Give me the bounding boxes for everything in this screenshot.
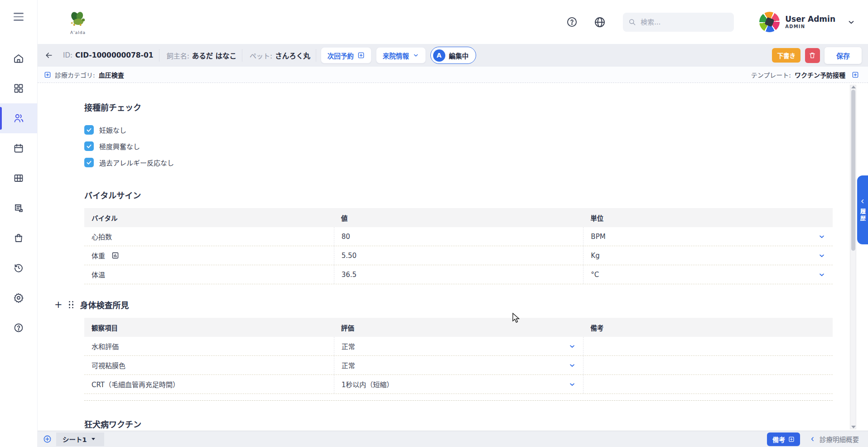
help-circle-button[interactable] xyxy=(566,16,578,28)
customers-icon xyxy=(13,112,24,124)
sidebar-item-history[interactable] xyxy=(0,253,37,283)
checkbox-label: 過去アレルギー反応なし xyxy=(99,158,174,167)
table-row-temperature: 体温 36.5 °C xyxy=(84,265,833,284)
language-globe-button[interactable] xyxy=(594,16,606,28)
visit-info-label: 来院情報 xyxy=(383,51,409,60)
column-header-value: 値 xyxy=(334,208,583,227)
physical-exam-title-row: + 身体検査所見 xyxy=(84,299,833,311)
settings-gear-icon xyxy=(13,292,24,303)
table-row-hydration: 水和評価 正常 xyxy=(84,337,833,356)
vital-value-input[interactable]: 80 xyxy=(334,227,583,246)
vital-name-label: 体重 xyxy=(92,251,105,260)
vital-name: 体温 xyxy=(84,265,334,284)
note-input[interactable] xyxy=(583,356,833,374)
search-icon xyxy=(628,18,636,26)
chevron-down-icon[interactable] xyxy=(569,362,576,369)
delete-button[interactable] xyxy=(805,48,820,63)
sidebar-item-shop[interactable] xyxy=(0,223,37,253)
checkbox-checked-icon[interactable] xyxy=(84,125,94,135)
note-input[interactable] xyxy=(583,337,833,355)
sidebar-item-settings[interactable] xyxy=(0,283,37,313)
vital-value-input[interactable]: 36.5 xyxy=(334,265,583,284)
rating-dropdown[interactable]: 正常 xyxy=(334,337,583,355)
hamburger-menu-icon[interactable] xyxy=(14,13,24,21)
history-side-tab[interactable]: 履歴 xyxy=(857,175,868,244)
notes-button[interactable]: 備考 xyxy=(767,432,800,446)
next-reservation-button[interactable]: 次回予約 xyxy=(321,47,371,63)
checkbox-row-allergy[interactable]: 過去アレルギー反応なし xyxy=(84,156,833,168)
chevron-down-icon[interactable] xyxy=(818,252,825,259)
table-row-crt: CRT（毛細血管再充足時間） 1秒以内（短縮） xyxy=(84,375,833,394)
patient-id-label: ID: xyxy=(63,51,72,59)
sidebar-item-help[interactable] xyxy=(0,313,37,343)
plus-square-icon xyxy=(357,52,365,59)
sidebar-item-invoice[interactable] xyxy=(0,193,37,223)
vertical-scrollbar[interactable] xyxy=(850,85,856,429)
logo-wordmark: A'alda xyxy=(70,30,86,35)
back-button[interactable] xyxy=(42,49,56,62)
column-header-unit: 単位 xyxy=(583,208,833,227)
sidebar-item-calendar[interactable] xyxy=(0,133,37,163)
bar-chart-icon[interactable] xyxy=(111,252,119,259)
user-role-badge: ADMIN xyxy=(785,24,835,29)
unit-dropdown[interactable]: BPM xyxy=(583,227,833,246)
scroll-up-arrow-icon[interactable] xyxy=(851,86,856,88)
billing-summary-button[interactable]: 診療明細概要 xyxy=(805,434,863,444)
unit-dropdown[interactable]: Kg xyxy=(583,246,833,265)
chevron-down-icon[interactable] xyxy=(569,343,576,350)
sidebar xyxy=(0,0,38,447)
patient-id-group: ID: CID-1000000078-01 xyxy=(60,49,159,62)
plus-square-icon[interactable] xyxy=(44,71,51,78)
sidebar-item-table[interactable] xyxy=(0,163,37,193)
user-avatar xyxy=(759,12,780,32)
search-input[interactable] xyxy=(641,18,728,26)
top-header: A'alda User Admin ADMIN xyxy=(38,0,868,44)
note-input[interactable] xyxy=(583,375,833,394)
sheet-tab-1[interactable]: シート1 xyxy=(56,432,104,446)
shop-bag-icon xyxy=(13,233,24,243)
circle-plus-icon[interactable] xyxy=(43,435,52,443)
drag-handle-icon[interactable] xyxy=(69,301,74,309)
vital-value-input[interactable]: 5.50 xyxy=(334,246,583,265)
save-button[interactable]: 保存 xyxy=(825,47,862,64)
editor-avatar: A xyxy=(433,49,445,62)
vital-name: 体重 xyxy=(84,246,334,265)
sidebar-nav xyxy=(0,44,37,343)
history-icon xyxy=(13,262,24,273)
billing-summary-label: 診療明細概要 xyxy=(820,434,859,444)
chevron-down-icon[interactable] xyxy=(818,233,825,240)
sidebar-item-customers[interactable] xyxy=(0,103,37,133)
trash-icon xyxy=(809,52,816,59)
scroll-down-arrow-icon[interactable] xyxy=(851,426,856,428)
chevron-left-icon xyxy=(860,199,865,204)
category-value: 血圧検査 xyxy=(99,70,124,79)
chevron-down-icon[interactable] xyxy=(818,271,825,278)
sidebar-item-home[interactable] xyxy=(0,44,37,73)
unit-dropdown[interactable]: °C xyxy=(583,265,833,284)
unit-value: BPM xyxy=(591,233,605,241)
chevron-down-icon xyxy=(413,52,419,58)
global-search[interactable] xyxy=(623,13,734,32)
chevron-left-icon xyxy=(809,436,816,442)
rating-dropdown[interactable]: 正常 xyxy=(334,356,583,374)
rating-dropdown[interactable]: 1秒以内（短縮） xyxy=(334,375,583,394)
unit-value: °C xyxy=(591,271,599,279)
plus-square-icon[interactable] xyxy=(852,71,859,78)
vitals-table-header: バイタル 値 単位 xyxy=(84,208,833,227)
chevron-down-icon[interactable] xyxy=(569,381,576,388)
history-tab-label: 履歴 xyxy=(858,209,867,222)
add-block-button[interactable]: + xyxy=(54,300,63,310)
user-menu[interactable]: User Admin ADMIN xyxy=(759,12,855,32)
user-name: User Admin xyxy=(785,15,835,24)
checkbox-checked-icon[interactable] xyxy=(84,158,94,167)
physical-exam-section-title: 身体検査所見 xyxy=(80,299,129,311)
patient-info-bar: ID: CID-1000000078-01 飼主名: あるだ はなこ ペット: … xyxy=(38,44,868,67)
checkbox-checked-icon[interactable] xyxy=(84,141,94,151)
checkbox-row-excitement[interactable]: 極度興奮なし xyxy=(84,140,833,152)
scrollbar-thumb[interactable] xyxy=(851,90,855,251)
caret-down-icon xyxy=(92,438,95,440)
checkbox-row-pregnancy[interactable]: 妊娠なし xyxy=(84,124,833,136)
sidebar-item-dashboard[interactable] xyxy=(0,73,37,103)
app-logo[interactable]: A'alda xyxy=(68,11,88,35)
visit-info-button[interactable]: 来院情報 xyxy=(376,47,426,63)
